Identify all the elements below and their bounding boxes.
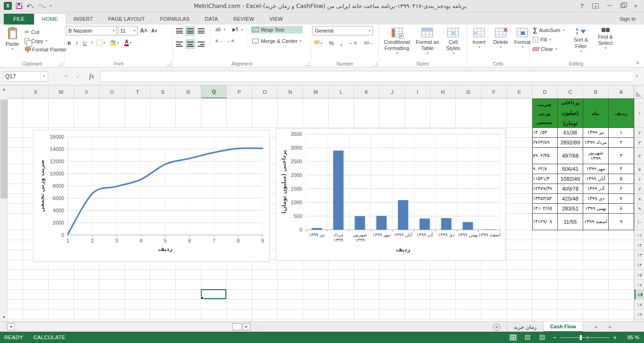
undo-dropdown-icon[interactable]: ▾: [32, 5, 34, 9]
orientation-dropdown-icon[interactable]: ▾: [223, 28, 225, 32]
row-header-16[interactable]: ۱۶: [635, 280, 644, 290]
clear-button[interactable]: Clear▾: [531, 45, 566, 53]
column-header-N[interactable]: N: [278, 85, 303, 99]
alignment-dialog-launcher-icon[interactable]: [305, 62, 309, 66]
ribbon-tab-formulas[interactable]: FORMULAS: [152, 14, 197, 25]
cell-index[interactable]: ۴: [609, 164, 634, 174]
column-header-C[interactable]: C: [558, 85, 583, 99]
zoom-slider[interactable]: [560, 337, 609, 338]
row-header-6[interactable]: ۶: [635, 174, 644, 184]
text-direction-button[interactable]: ▶¶: [231, 26, 240, 33]
scroll-left-icon[interactable]: ◄: [7, 323, 15, 330]
formula-input[interactable]: [100, 71, 633, 82]
conditional-formatting-dropdown-icon[interactable]: ▾: [396, 51, 398, 55]
fill-dropdown-icon[interactable]: ▾: [549, 38, 551, 42]
name-box-dropdown-icon[interactable]: ▾: [40, 73, 46, 80]
cell-payment[interactable]: 425/48: [558, 194, 583, 204]
decrease-decimal-button[interactable]: .00→: [362, 40, 375, 46]
cell-index[interactable]: ۸: [609, 204, 634, 214]
cell-styles-dropdown-icon[interactable]: ▾: [453, 51, 454, 55]
cell-month[interactable]: آبان ۱۳۹۹: [583, 174, 609, 184]
zoom-in-icon[interactable]: +: [613, 335, 617, 341]
decrease-indent-button[interactable]: ←≡: [225, 37, 236, 44]
cell-payment[interactable]: 497/68: [558, 148, 583, 164]
ribbon-tab-data[interactable]: DATA: [197, 14, 226, 25]
cell-cumulative[interactable]: ۶۷۶۳/۸۹: [532, 138, 558, 148]
row-header-2[interactable]: ۲: [635, 128, 644, 138]
borders-button[interactable]: ▾: [95, 39, 107, 47]
increase-decimal-button[interactable]: ←.0: [347, 40, 358, 46]
sign-in-link[interactable]: Sign in: [611, 14, 644, 25]
cell-month[interactable]: آذر ۱۳۹۹: [583, 184, 609, 194]
name-box[interactable]: Q17▾: [3, 71, 48, 82]
column-header-L[interactable]: L: [329, 85, 354, 99]
underline-dropdown-icon[interactable]: ▾: [91, 41, 93, 45]
ribbon-tab-insert[interactable]: INSERT: [66, 14, 100, 25]
cell-index[interactable]: ۹: [609, 214, 634, 230]
ribbon-tab-file[interactable]: FILE: [4, 14, 34, 25]
column-header-H[interactable]: H: [430, 85, 456, 99]
scroll-right-icon[interactable]: ►: [243, 323, 250, 330]
cell-index[interactable]: ۶: [609, 184, 634, 194]
cell-payment[interactable]: 61/38: [558, 128, 583, 138]
cell-cumulative[interactable]: ۹۰۶۲/۸: [532, 164, 558, 174]
cancel-button[interactable]: ×: [60, 73, 72, 80]
orientation-button[interactable]: ab: [214, 26, 222, 33]
clear-dropdown-icon[interactable]: ▾: [555, 47, 557, 51]
bar-chart[interactable]: 0500100015002000250030003500تیر ۱۳۹۹مردا…: [276, 128, 505, 261]
cell-payment[interactable]: 1082/49: [558, 174, 583, 184]
bottom-align-button[interactable]: [196, 26, 206, 36]
column-header-P[interactable]: P: [227, 85, 252, 99]
cell-cumulative[interactable]: ۱۴۱۰۲/۶۵: [532, 204, 558, 214]
cell-cumulative[interactable]: ۱۱۵۴۱/۳: [532, 174, 558, 184]
cell-cumulative[interactable]: ۷۹۰۲/۳۵: [532, 148, 558, 164]
increase-indent-button[interactable]: ≡→: [214, 37, 224, 44]
close-icon[interactable]: ×: [634, 2, 637, 9]
fill-color-dropdown-icon[interactable]: ▾: [117, 41, 119, 45]
middle-align-button[interactable]: [185, 26, 195, 36]
cell-month[interactable]: اسفند ۱۳۹۹: [583, 214, 609, 230]
line-chart[interactable]: 0200040006000800010000120001400016000123…: [33, 130, 270, 262]
column-header-I[interactable]: I: [405, 85, 430, 99]
scrollbar-resize-handle[interactable]: ⋮: [256, 324, 261, 329]
format-as-table-dropdown-icon[interactable]: ▾: [427, 51, 429, 55]
sort-filter-dropdown-icon[interactable]: ▾: [580, 50, 582, 53]
table-header-month[interactable]: ماه: [583, 99, 609, 128]
font-color-button[interactable]: A▾: [123, 38, 133, 47]
column-header-V[interactable]: V: [74, 85, 99, 99]
fill-color-button[interactable]: ▾: [109, 39, 121, 47]
column-header-S[interactable]: S: [150, 85, 176, 99]
find-select-button[interactable]: Find & Select ▾: [593, 26, 618, 51]
row-header-9[interactable]: ۹: [635, 204, 644, 214]
sheet-tab-zaman-kharid[interactable]: زمان خرید: [507, 322, 543, 332]
ribbon-tab-page-layout[interactable]: PAGE LAYOUT: [100, 14, 152, 25]
sheet-tab-cash-flow[interactable]: Cash Flow: [543, 322, 583, 332]
number-dialog-launcher-icon[interactable]: [373, 62, 377, 66]
number-format-dropdown-icon[interactable]: ▾: [369, 29, 371, 33]
column-header-J[interactable]: J: [380, 85, 405, 99]
fill-button[interactable]: ↓Fill▾: [531, 36, 566, 43]
zoom-out-icon[interactable]: −: [553, 335, 557, 341]
cell-month[interactable]: شهریور ۱۳۹۹: [583, 148, 609, 164]
font-dialog-launcher-icon[interactable]: [167, 62, 171, 66]
row-header-4[interactable]: ۴: [635, 148, 644, 164]
help-icon[interactable]: ?: [580, 2, 584, 9]
bold-button[interactable]: B: [66, 39, 72, 47]
formula-bar-handle[interactable]: ⋮: [51, 74, 57, 79]
row-header-11[interactable]: ۱۱: [635, 230, 644, 240]
vertical-scrollbar[interactable]: ▲ ▼: [0, 85, 8, 321]
shrink-font-button[interactable]: A˅: [150, 27, 159, 34]
status-calculate[interactable]: CALCULATE: [33, 335, 66, 340]
redo-dropdown-icon[interactable]: ▾: [43, 5, 45, 9]
format-cells-dropdown-icon[interactable]: ▾: [522, 45, 524, 49]
cell-grid[interactable]: 0200040006000800010000120001400016000123…: [8, 99, 634, 321]
column-header-M[interactable]: M: [303, 85, 329, 99]
format-painter-button[interactable]: Format Painter: [23, 46, 68, 53]
column-header-D[interactable]: D: [532, 85, 558, 99]
zoom-slider-thumb[interactable]: [580, 335, 582, 340]
column-header-R[interactable]: R: [176, 85, 201, 99]
align-center-button[interactable]: [185, 39, 195, 49]
cell-month[interactable]: تیر ۱۳۹۹: [583, 128, 609, 138]
cell-payment[interactable]: 409/78: [558, 184, 583, 194]
row-header-17[interactable]: ۱۷: [635, 290, 644, 300]
